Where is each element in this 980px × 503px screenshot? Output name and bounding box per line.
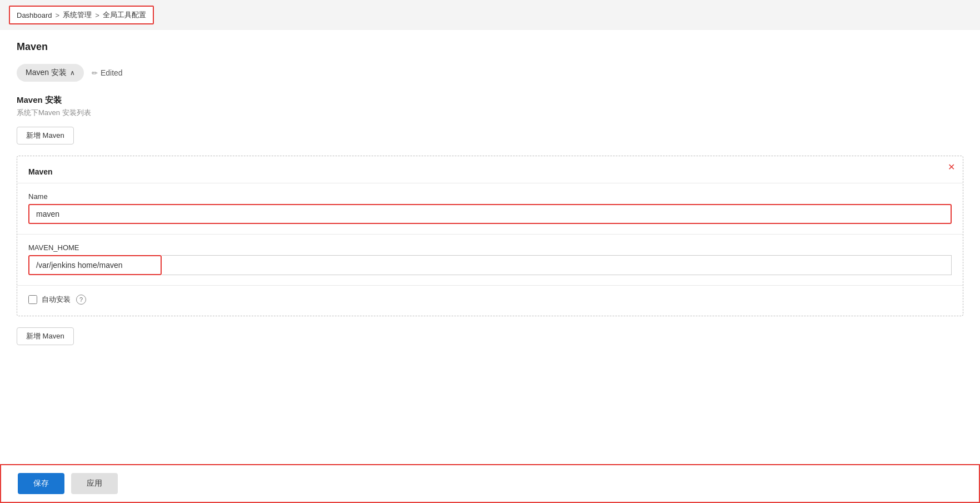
breadcrumb-system-manage[interactable]: 系统管理 — [63, 10, 92, 20]
auto-install-checkbox[interactable] — [28, 295, 37, 304]
name-field-group: Name — [28, 192, 952, 224]
maven-card-title: Maven — [28, 167, 952, 176]
card-divider-2 — [17, 234, 963, 235]
maven-home-field-group: MAVEN_HOME — [28, 243, 952, 275]
maven-install-tab[interactable]: Maven 安装 ∧ — [17, 64, 84, 82]
page-title: Maven — [17, 41, 963, 53]
apply-button[interactable]: 应用 — [71, 473, 118, 494]
maven-home-input-full[interactable] — [162, 255, 952, 275]
edited-status: ✏ Edited — [92, 68, 123, 77]
maven-home-input[interactable] — [31, 257, 159, 273]
maven-section-title: Maven 安装 — [17, 95, 963, 106]
breadcrumb-sep-2: > — [95, 11, 99, 19]
card-divider-3 — [17, 285, 963, 286]
card-divider — [17, 183, 963, 183]
maven-card: ✕ Maven Name MAVEN_HOME — [17, 156, 963, 316]
auto-install-label: 自动安装 — [42, 295, 71, 305]
maven-section-subtitle: 系统下Maven 安装列表 — [17, 108, 963, 118]
page-wrapper: Dashboard > 系统管理 > 全局工具配置 Maven Maven 安装… — [0, 0, 980, 503]
tab-label: Maven 安装 — [26, 68, 67, 78]
breadcrumb: Dashboard > 系统管理 > 全局工具配置 — [9, 6, 154, 24]
add-maven-bottom-button[interactable]: 新增 Maven — [17, 327, 74, 345]
save-button[interactable]: 保存 — [18, 473, 64, 494]
auto-install-row: 自动安装 ? — [28, 295, 952, 305]
add-maven-top-button[interactable]: 新增 Maven — [17, 127, 74, 145]
breadcrumb-sep-1: > — [56, 11, 60, 19]
edit-icon: ✏ — [92, 69, 98, 77]
maven-home-input-wrap — [28, 255, 162, 275]
action-bar: 保存 应用 — [0, 464, 980, 503]
help-icon[interactable]: ? — [76, 295, 86, 305]
maven-install-section: Maven 安装 系统下Maven 安装列表 新增 Maven ✕ Maven … — [17, 95, 963, 362]
breadcrumb-dashboard[interactable]: Dashboard — [17, 11, 52, 19]
name-field-label: Name — [28, 192, 952, 201]
name-input[interactable] — [28, 204, 952, 224]
chevron-up-icon: ∧ — [70, 69, 75, 77]
tab-row: Maven 安装 ∧ ✏ Edited — [17, 64, 963, 82]
main-content: Maven Maven 安装 ∧ ✏ Edited Maven 安装 系统下Ma… — [0, 30, 980, 503]
breadcrumb-global-tools[interactable]: 全局工具配置 — [103, 10, 146, 20]
maven-card-close-button[interactable]: ✕ — [948, 163, 955, 172]
edited-text: Edited — [101, 68, 123, 77]
maven-home-label: MAVEN_HOME — [28, 243, 952, 252]
